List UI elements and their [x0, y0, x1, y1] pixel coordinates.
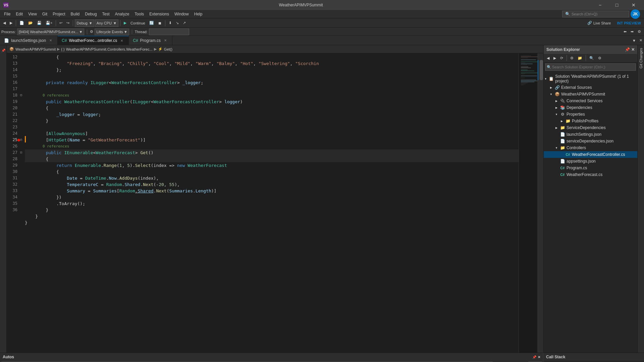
forward-button[interactable]: ▶: [8, 19, 14, 27]
se-settings-btn[interactable]: ⚙: [596, 54, 603, 62]
tab-launch-settings[interactable]: 📄 launchSettings.json ✕: [0, 36, 58, 45]
maximize-button[interactable]: □: [609, 0, 625, 10]
close-icon[interactable]: ✕: [631, 47, 635, 52]
tab-close-controller[interactable]: ✕: [119, 38, 124, 43]
debug-mode-dropdown[interactable]: Debug ▼: [75, 19, 94, 27]
code-line-25-container: 0 references public IEnumerable<WeatherF…: [25, 143, 519, 162]
tab-program[interactable]: C# Program.cs ✕: [129, 36, 172, 45]
menu-help[interactable]: Help: [192, 10, 205, 18]
platform-dropdown[interactable]: Any CPU ▼: [95, 19, 118, 27]
autos-pin-icon[interactable]: 📌: [532, 355, 536, 359]
tree-service-deps-json[interactable]: ▶ 📄 serviceDependencies.json: [544, 138, 637, 144]
thread-dropdown[interactable]: [149, 28, 189, 35]
thread-nav-3[interactable]: ⚙: [636, 28, 643, 36]
se-filter-btn[interactable]: 🔍: [588, 54, 596, 62]
se-show-all-btn[interactable]: 📁: [576, 54, 584, 62]
tree-weather-forecast-cs[interactable]: ▶ C# WeatherForecast.cs: [544, 171, 637, 178]
menu-build[interactable]: Build: [68, 10, 83, 18]
int-preview-button[interactable]: INT PREVIEW: [615, 19, 643, 27]
code-line-25: public IEnumerable<WeatherForecast> Get(…: [25, 149, 519, 156]
tab-overflow-button[interactable]: ▼: [631, 37, 638, 44]
tree-launch-settings[interactable]: ▶ 📄 launchSettings.json: [544, 131, 637, 138]
tree-publish-profiles[interactable]: ▶ 📁 PublishProfiles: [544, 118, 637, 124]
code-line-31: Summary = Summaries[Random.Shared.Next(S…: [25, 188, 519, 194]
step-over-button[interactable]: ⬇: [167, 19, 173, 27]
toolbar: ◀ ▶ 📄 📂 💾 💾+ ↩ ↪ Debug ▼ Any CPU ▼ ▶ Con…: [0, 18, 644, 28]
vertical-scrollbar[interactable]: [539, 53, 543, 353]
tab-close-program[interactable]: ✕: [163, 38, 168, 43]
tab-close-launch[interactable]: ✕: [48, 38, 53, 43]
tree-dependencies[interactable]: ▶ 📚 Dependencies: [544, 104, 637, 111]
step-into-button[interactable]: ↘: [174, 19, 180, 27]
se-properties-btn[interactable]: ⚙: [569, 54, 575, 62]
solution-tree: ▼ 📋 Solution 'WeatherAPIMVPSummit' (1 of…: [544, 72, 637, 353]
restart-button[interactable]: 🔄: [148, 19, 156, 27]
close-all-button[interactable]: ✕: [638, 37, 644, 44]
new-file-button[interactable]: 📄: [18, 19, 26, 27]
menu-edit[interactable]: Edit: [13, 10, 25, 18]
cs-file-icon-wc: C#: [565, 152, 571, 157]
process-dropdown[interactable]: [9404] WeatherAPIMVPSummit.ex... ▼: [17, 28, 85, 35]
v-scroll-thumb[interactable]: [540, 60, 543, 80]
stop-button[interactable]: ⏹: [156, 19, 163, 27]
se-sync-btn[interactable]: ⟳: [558, 54, 565, 62]
tree-project[interactable]: ▼ 📦 WeatherAPIMVPSummit: [544, 91, 637, 98]
folder-icon-sd: 📁: [560, 125, 565, 130]
tree-weather-controller[interactable]: ▶ C# WeatherForecastController.cs: [544, 151, 637, 158]
code-editor[interactable]: 12 13 14 15 16 17 18 19 20 21 22 23 24 2…: [7, 53, 543, 353]
redo-button[interactable]: ↪: [65, 19, 71, 27]
continue-button[interactable]: Continue: [129, 19, 147, 27]
tree-controllers[interactable]: ▼ 📁 Controllers: [544, 144, 637, 151]
autos-close-icon[interactable]: ✕: [538, 355, 540, 359]
git-changes-tab[interactable]: Git Changes: [638, 45, 644, 71]
code-line-18: public WeatherForecastController(ILogger…: [25, 99, 519, 105]
menu-extensions[interactable]: Extensions: [147, 10, 172, 18]
code-content[interactable]: { "Freezing", "Bracing", "Chilly", "Cool…: [25, 53, 519, 353]
breadcrumb-project[interactable]: WeatherAPIMVPSummit: [15, 47, 56, 51]
title-bar-left: VS: [3, 2, 9, 8]
tree-program-cs[interactable]: ▶ C# Program.cs: [544, 165, 637, 171]
svg-rect-19: [521, 81, 538, 81]
menu-git[interactable]: Git: [40, 10, 50, 18]
close-button[interactable]: ✕: [626, 0, 641, 10]
save-button[interactable]: 💾: [35, 19, 43, 27]
menu-tools[interactable]: Tools: [132, 10, 147, 18]
tree-external-sources[interactable]: ▶ 🔗 External Sources: [544, 84, 637, 91]
lifecycle-dropdown[interactable]: Lifecycle Events ▼: [95, 28, 129, 35]
save-all-button[interactable]: 💾+: [44, 19, 54, 27]
tree-service-deps[interactable]: ▶ 📁 ServiceDependencies: [544, 124, 637, 131]
pin-icon[interactable]: 📌: [625, 47, 630, 52]
thread-nav-2[interactable]: ➡: [629, 28, 635, 36]
menu-debug[interactable]: Debug: [82, 10, 99, 18]
menu-view[interactable]: View: [25, 10, 40, 18]
thread-nav-1[interactable]: ⬅: [622, 28, 628, 36]
start-button[interactable]: ▶: [122, 19, 128, 27]
breadcrumb-namespace[interactable]: WeatherAPIMVPSummit.Controllers.WeatherF…: [66, 47, 153, 51]
tab-weather-controller[interactable]: C# WeatherForec...ontroller.cs ✕: [58, 36, 129, 45]
undo-button[interactable]: ↩: [58, 19, 64, 27]
live-share-button[interactable]: 🔗 Live Share: [586, 19, 613, 27]
menu-project[interactable]: Project: [50, 10, 68, 18]
solution-explorer-pin[interactable]: 📌: [0, 47, 7, 54]
tree-connected-services[interactable]: ▶ 🔌 Connected Services: [544, 98, 637, 104]
breadcrumb-member[interactable]: Get(): [164, 47, 172, 51]
tree-solution[interactable]: ▼ 📋 Solution 'WeatherAPIMVPSummit' (1 of…: [544, 73, 637, 84]
svg-rect-20: [521, 82, 534, 82]
menu-window[interactable]: Window: [172, 10, 192, 18]
tree-appsettings[interactable]: ▶ 📄 appsettings.json: [544, 158, 637, 165]
menu-analyze[interactable]: Analyze: [112, 10, 132, 18]
menu-file[interactable]: File: [1, 10, 13, 18]
chevron-right-icon-ext: ▶: [549, 85, 553, 89]
tree-properties[interactable]: ▼ ⚙ Properties: [544, 111, 637, 118]
user-avatar[interactable]: JK: [631, 9, 640, 19]
se-back-btn[interactable]: ◀: [545, 54, 551, 62]
open-file-button[interactable]: 📂: [26, 19, 35, 27]
step-out-button[interactable]: ↗: [181, 19, 187, 27]
menu-test[interactable]: Test: [100, 10, 112, 18]
minimize-button[interactable]: −: [592, 0, 608, 10]
dep-icon: 📚: [560, 105, 565, 110]
solution-search-input[interactable]: [552, 65, 634, 69]
back-button[interactable]: ◀: [1, 19, 7, 27]
se-forward-btn[interactable]: ▶: [552, 54, 558, 62]
svg-rect-11: [521, 68, 531, 68]
